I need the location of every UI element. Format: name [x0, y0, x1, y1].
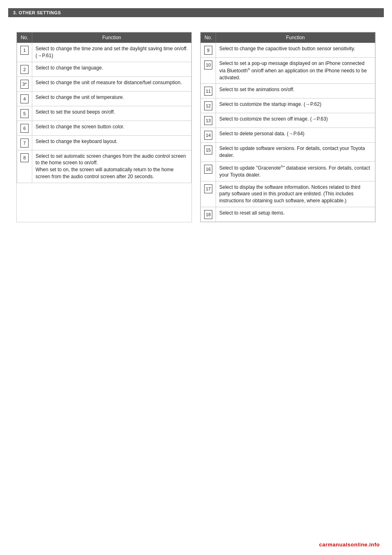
number-box: 12 — [204, 101, 212, 110]
number-box: 10 — [204, 60, 212, 69]
number-box: 8 — [20, 153, 29, 162]
content-area: No. Function 1Select to change the time … — [8, 24, 384, 226]
row-number-cell: 1 — [17, 43, 32, 62]
row-number-cell: 17 — [201, 181, 216, 207]
page: 3. OTHER SETTINGS No. Function 1Select t… — [0, 0, 392, 555]
number-box: 18 — [204, 210, 212, 219]
table-row: 15Select to update software versions. Fo… — [201, 143, 375, 162]
row-function-cell: Select to change the screen button color… — [32, 121, 192, 135]
row-function-cell: Select to set the animations on/off. — [216, 84, 375, 98]
table-row: 3*Select to change the unit of measure f… — [17, 76, 192, 91]
row-function-cell: Select to change the unit of measure for… — [32, 76, 192, 91]
row-number-cell: 11 — [201, 84, 216, 98]
row-number-cell: 14 — [201, 128, 216, 143]
right-table-container: No. Function 9Select to change the capac… — [200, 32, 376, 222]
table-row: 13Select to customize the screen off ima… — [201, 113, 375, 128]
row-number-cell: 4 — [17, 91, 32, 106]
table-row: 17Select to display the software informa… — [201, 181, 375, 207]
row-function-cell: Select to change the language. — [32, 62, 192, 76]
table-row: 1Select to change the time zone and set … — [17, 43, 192, 62]
number-box: 5 — [20, 109, 29, 118]
number-box: 1 — [20, 46, 29, 55]
table-row: 4Select to change the unit of temperatur… — [17, 91, 192, 106]
number-box: 17 — [204, 184, 212, 193]
row-function-cell: Select to change the capacitive touch bu… — [216, 43, 375, 58]
row-function-cell: Select to update software versions. For … — [216, 143, 375, 162]
number-box: 7 — [20, 139, 29, 148]
table-row: 18Select to reset all setup items. — [201, 207, 375, 222]
table-row: 10Select to set a pop-up message display… — [201, 58, 375, 84]
table-row: 7Select to change the keyboard layout. — [17, 135, 192, 150]
left-col-function-header: Function — [32, 33, 192, 43]
table-row: 11Select to set the animations on/off. — [201, 84, 375, 98]
table-row: 2Select to change the language. — [17, 62, 192, 76]
tables-wrapper: No. Function 1Select to change the time … — [16, 32, 376, 222]
row-number-cell: 15 — [201, 143, 216, 162]
footer-logos: carmanualsonline.info — [319, 542, 380, 548]
row-number-cell: 5 — [17, 106, 32, 121]
number-box: 9 — [204, 46, 212, 55]
row-function-cell: Select to change the unit of temperature… — [32, 91, 192, 106]
row-number-cell: 7 — [17, 135, 32, 150]
row-function-cell: Select to delete personal data. (→P.64) — [216, 128, 375, 143]
table-row: 9Select to change the capacitive touch b… — [201, 43, 375, 58]
right-col-function-header: Function — [216, 33, 375, 43]
row-number-cell: 13 — [201, 113, 216, 128]
table-row: 8Select to set automatic screen changes … — [17, 150, 192, 183]
table-row: 6Select to change the screen button colo… — [17, 121, 192, 135]
row-number-cell: 16 — [201, 161, 216, 181]
row-number-cell: 2 — [17, 62, 32, 76]
number-box: 16 — [204, 165, 212, 174]
number-box: 4 — [20, 94, 29, 103]
table-row: 5Select to set the sound beeps on/off. — [17, 106, 192, 121]
row-number-cell: 8 — [17, 150, 32, 183]
row-function-cell: Select to set a pop-up message displayed… — [216, 58, 375, 84]
row-number-cell: 10 — [201, 58, 216, 84]
left-col-no-header: No. — [17, 33, 32, 43]
number-box: 2 — [20, 65, 29, 74]
carmanuals-logo: carmanualsonline.info — [319, 542, 380, 548]
row-number-cell: 6 — [17, 121, 32, 135]
row-function-cell: Select to set the sound beeps on/off. — [32, 106, 192, 121]
number-box: 13 — [204, 116, 212, 125]
row-number-cell: 9 — [201, 43, 216, 58]
row-function-cell: Select to display the software informati… — [216, 181, 375, 207]
row-function-cell: Select to change the keyboard layout. — [32, 135, 192, 150]
number-box: 14 — [204, 131, 212, 140]
section-title: 3. OTHER SETTINGS — [13, 10, 61, 15]
table-row: 16Select to update "Gracenote®" database… — [201, 161, 375, 181]
row-function-cell: Select to customize the screen off image… — [216, 113, 375, 128]
number-box: 3* — [20, 80, 29, 89]
table-row: 14Select to delete personal data. (→P.64… — [201, 128, 375, 143]
table-row: 12Select to customize the startup image.… — [201, 98, 375, 113]
row-number-cell: 18 — [201, 207, 216, 222]
row-function-cell: Select to update "Gracenote®" database v… — [216, 161, 375, 181]
left-table-container: No. Function 1Select to change the time … — [16, 32, 192, 222]
row-number-cell: 12 — [201, 98, 216, 113]
section-header: 3. OTHER SETTINGS — [8, 8, 384, 17]
row-number-cell: 3* — [17, 76, 32, 91]
left-table: No. Function 1Select to change the time … — [17, 32, 192, 183]
number-box: 11 — [204, 87, 212, 96]
number-box: 15 — [204, 145, 212, 154]
row-function-cell: Select to change the time zone and set t… — [32, 43, 192, 62]
number-box: 6 — [20, 124, 29, 133]
right-table: No. Function 9Select to change the capac… — [200, 32, 375, 222]
row-function-cell: Select to set automatic screen changes f… — [32, 150, 192, 183]
row-function-cell: Select to reset all setup items. — [216, 207, 375, 222]
right-col-no-header: No. — [201, 33, 216, 43]
row-function-cell: Select to customize the startup image. (… — [216, 98, 375, 113]
